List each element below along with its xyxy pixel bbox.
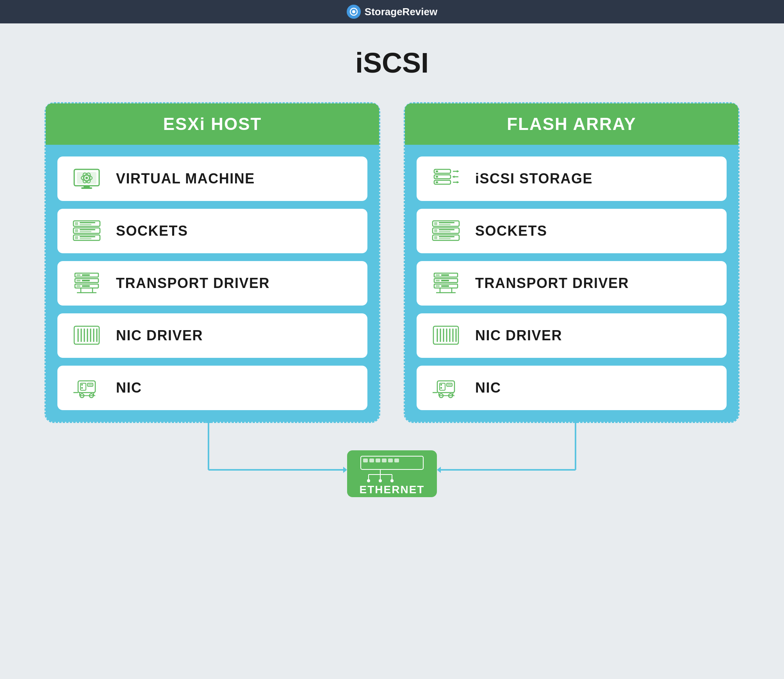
svg-rect-82 [436,285,440,287]
svg-rect-118 [369,459,374,462]
svg-rect-65 [439,222,454,223]
top-bar: StorageReview [0,0,784,23]
svg-point-7 [86,177,88,179]
iscsi-storage-row: iSCSI STORAGE [417,156,727,201]
svg-rect-73 [439,236,454,237]
transport-driver-right-icon [428,270,463,297]
svg-rect-11 [75,222,78,225]
sockets-left-label: SOCKETS [116,223,188,239]
svg-rect-26 [77,280,80,281]
nic-driver-left-row: NIC DRIVER [57,313,367,358]
svg-marker-108 [205,419,212,423]
svg-rect-100 [447,384,451,386]
svg-rect-8 [84,186,90,187]
esxi-host-inner: VIRTUAL MACHINE [46,145,379,422]
svg-marker-114 [437,467,441,473]
nic-left-row: NIC [57,366,367,410]
svg-rect-98 [440,387,442,389]
svg-rect-21 [80,238,91,239]
virtual-machine-label: VIRTUAL MACHINE [116,171,255,187]
diagram: ESXi HOST [39,102,745,423]
logo-text: StorageReview [365,6,437,18]
svg-rect-23 [77,274,80,276]
svg-point-130 [390,479,394,482]
page-title: iSCSI [355,47,429,79]
flash-array-group: FLASH ARRAY [404,102,739,423]
sockets-left-row: SOCKETS [57,209,367,253]
nic-driver-left-label: NIC DRIVER [116,327,203,344]
svg-text:ETHERNET: ETHERNET [360,483,425,496]
svg-rect-12 [80,222,95,223]
virtual-machine-row: VIRTUAL MACHINE [57,156,367,201]
svg-rect-121 [388,459,393,462]
svg-rect-97 [440,384,442,386]
svg-rect-74 [439,238,451,239]
transport-driver-left-icon [69,270,104,297]
logo-icon [347,5,361,19]
svg-rect-119 [376,459,380,462]
sockets-right-row: SOCKETS [417,209,727,253]
svg-rect-30 [82,285,90,287]
svg-rect-29 [77,285,80,287]
esxi-host-title: ESXi HOST [163,114,262,133]
svg-rect-70 [439,231,451,232]
iscsi-storage-label: iSCSI STORAGE [475,171,593,187]
nic-left-label: NIC [116,380,142,396]
svg-rect-117 [363,459,368,462]
svg-rect-120 [382,459,387,462]
svg-rect-24 [82,274,90,276]
nic-driver-right-row: NIC DRIVER [417,313,727,358]
transport-driver-left-label: TRANSPORT DRIVER [116,275,270,292]
nic-driver-left-icon [69,322,104,349]
sockets-right-icon [428,217,463,245]
svg-rect-44 [81,384,83,386]
svg-marker-62 [457,181,459,183]
svg-rect-57 [436,176,438,178]
svg-marker-112 [343,467,347,473]
nic-right-row: NIC [417,366,727,410]
svg-rect-13 [80,224,91,225]
flash-array-title: FLASH ARRAY [507,114,636,133]
svg-rect-79 [436,280,440,281]
transport-driver-right-label: TRANSPORT DRIVER [475,275,629,292]
svg-rect-69 [439,229,454,230]
svg-rect-9 [81,187,92,189]
nic-left-icon [69,374,104,402]
svg-rect-55 [436,171,438,172]
svg-rect-77 [441,274,449,276]
svg-rect-66 [439,224,451,225]
svg-rect-45 [81,387,83,389]
nic-right-icon [428,374,463,402]
sockets-left-icon [69,217,104,245]
flash-array-header: FLASH ARRAY [405,103,738,145]
iscsi-storage-icon [428,165,463,192]
svg-rect-76 [436,274,440,276]
main-content: iSCSI ESXi HOST [0,23,784,679]
svg-point-1 [352,10,355,13]
svg-rect-16 [80,229,95,230]
svg-rect-122 [394,459,399,462]
svg-point-128 [367,479,370,482]
svg-rect-83 [441,285,449,287]
svg-marker-110 [572,419,579,423]
svg-rect-19 [75,236,78,239]
svg-rect-17 [80,231,91,232]
nic-driver-right-icon [428,322,463,349]
transport-driver-right-row: TRANSPORT DRIVER [417,261,727,306]
svg-rect-72 [434,236,437,239]
svg-rect-15 [75,229,78,232]
svg-rect-59 [436,181,438,183]
esxi-host-header: ESXi HOST [46,103,379,145]
svg-marker-61 [452,176,454,178]
svg-rect-80 [441,280,449,281]
virtual-machine-icon [69,165,104,192]
svg-rect-64 [434,222,437,225]
logo: StorageReview [347,5,437,19]
svg-point-129 [379,479,382,482]
esxi-host-group: ESXi HOST [45,102,380,423]
transport-driver-left-row: TRANSPORT DRIVER [57,261,367,306]
svg-rect-20 [80,236,95,237]
sockets-right-label: SOCKETS [475,223,547,239]
connector-diagram: ETHERNET [41,419,743,505]
svg-marker-60 [457,170,459,172]
